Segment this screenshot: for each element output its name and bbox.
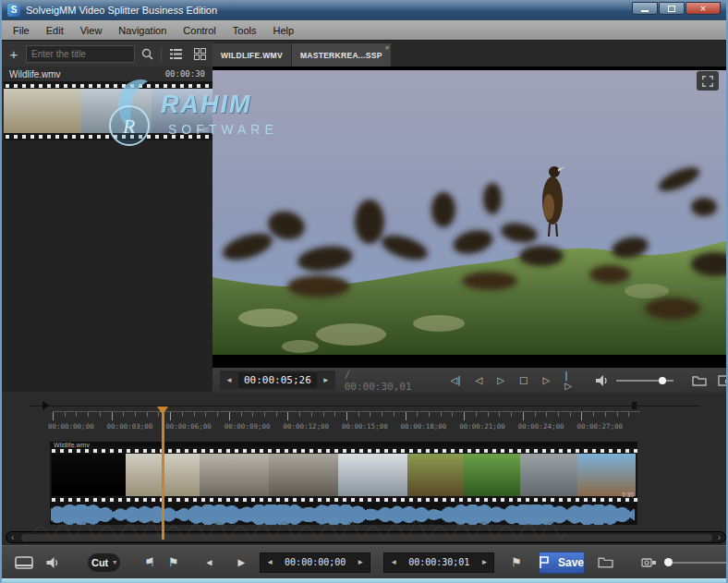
total-time-value: / 00:00:30,01 (345, 369, 412, 393)
library-filmstrip[interactable]: 0:30 (4, 81, 212, 140)
speaker-icon[interactable] (596, 375, 609, 386)
fragment-end-stepper: ◄ 00:00:30;01 ► (383, 553, 494, 573)
tab-masterkrea[interactable]: MASTERKREA...SSP × (292, 43, 391, 67)
ruler-label: 00:00:15;00 (342, 422, 388, 431)
clip-end-time: 0:30 (622, 492, 634, 498)
playhead-handle[interactable] (157, 407, 168, 415)
start-time-decrease[interactable]: ◄ (261, 558, 279, 566)
tab-wildlife[interactable]: WILDLIFE.WMV (212, 43, 291, 67)
set-begin-marker-button[interactable]: ⚑ (144, 555, 155, 569)
stop-button[interactable]: □ (519, 375, 528, 385)
jump-previous-button[interactable]: ◄ (205, 557, 214, 567)
search-input[interactable] (27, 46, 134, 62)
next-frame-button[interactable]: |▷ (564, 370, 572, 391)
chevron-down-icon: ▾ (113, 558, 116, 566)
fullscreen-button[interactable] (697, 71, 719, 91)
player-control-bar: ◄ 00:00:05;26 ► / 00:00:30,01 ◁| ◁ ▷ □ ▷… (212, 368, 728, 393)
zoom-slider[interactable] (673, 562, 728, 564)
overview-marker-right[interactable] (632, 402, 637, 409)
app-icon: S (7, 4, 20, 17)
video-preview[interactable] (212, 67, 728, 368)
play-button[interactable]: ▷ (497, 375, 504, 385)
storyboard-button[interactable] (15, 556, 33, 569)
thumbnail-beach-horses (4, 89, 81, 133)
save-flag-icon (540, 556, 549, 568)
library-thumbs (4, 89, 212, 133)
menu-control[interactable]: Control (183, 25, 215, 36)
scroll-right-icon[interactable]: › (718, 533, 721, 542)
timeline-zoom-control (641, 556, 728, 568)
end-time-increase[interactable]: ► (475, 558, 493, 566)
timeline-thumbs (52, 454, 636, 496)
thumbnail-lion-grass (407, 454, 464, 496)
open-file-button[interactable] (692, 375, 707, 386)
fullscreen-icon (701, 75, 714, 88)
ruler-label: 00:00:21;00 (459, 422, 505, 431)
window-controls: × (632, 2, 721, 15)
thumbnail-green-leaf (464, 454, 520, 496)
previous-frame-button[interactable]: ◁| (451, 375, 461, 385)
menu-bar: File Edit View Navigation Control Tools … (2, 20, 726, 41)
list-view-button[interactable] (164, 44, 188, 64)
scroll-left-icon[interactable]: ‹ (11, 533, 14, 542)
marker-flag-button[interactable]: ⚑ (511, 555, 522, 569)
mute-button[interactable] (46, 557, 60, 568)
set-end-marker-button[interactable]: ⚑ (168, 555, 179, 569)
tab-label: WILDLIFE.WMV (221, 51, 283, 60)
save-button[interactable]: Save (539, 552, 585, 574)
window-title: SolveigMM Video Splitter Business Editio… (26, 5, 217, 16)
menu-file[interactable]: File (13, 25, 30, 36)
filmstrip-perforations (4, 133, 212, 140)
fragment-start-stepper: ◄ 00:00:00;00 ► (260, 553, 370, 573)
window-bottom-edge (2, 578, 728, 583)
library-file-row[interactable]: Wildlife.wmv 00:00:30 (2, 67, 212, 81)
time-step-back-button[interactable]: ◄ (220, 376, 238, 384)
clip-name-label: Wildlife.wmv (54, 442, 90, 448)
add-media-button[interactable]: + (2, 46, 26, 62)
edit-toolbar: Cut ▾ ⚑ ⚑ ◄ ▶ ◄ 00:00:00;00 ► ◄ 00:00:30… (2, 545, 728, 578)
menu-edit[interactable]: Edit (46, 25, 64, 36)
storyboard-icon (15, 556, 33, 569)
zoom-slider-thumb[interactable] (664, 558, 673, 566)
menu-tools[interactable]: Tools (233, 25, 257, 36)
current-time-stepper: ◄ 00:00:05;26 ► (220, 370, 335, 390)
close-button[interactable]: × (686, 2, 721, 15)
start-time-increase[interactable]: ► (351, 558, 370, 566)
title-bar[interactable]: S SolveigMM Video Splitter Business Edit… (2, 0, 726, 20)
picture-in-picture-icon (718, 375, 728, 386)
overview-marker-left[interactable] (42, 401, 49, 410)
ruler-label: 00:00:06;00 (165, 422, 212, 431)
library-toolbar: + (2, 42, 212, 67)
maximize-icon (668, 6, 675, 12)
playhead[interactable] (162, 407, 164, 540)
play-reverse-button[interactable]: ◁ (476, 375, 483, 385)
menu-view[interactable]: View (80, 25, 103, 36)
fragment-start-time[interactable]: 00:00:00;00 (279, 557, 351, 567)
edit-mode-dropdown[interactable]: Cut ▾ (88, 553, 120, 572)
menu-help[interactable]: Help (273, 25, 295, 36)
end-time-decrease[interactable]: ◄ (384, 558, 403, 566)
ruler-label: 00:00:27;00 (576, 422, 623, 431)
output-folder-button[interactable] (598, 556, 613, 568)
timeline-panel: 00:00:00;0000:00:03;0000:00:06;0000:00:0… (2, 393, 728, 545)
volume-slider-thumb[interactable] (659, 377, 666, 384)
minimize-button[interactable] (632, 2, 658, 15)
ruler-label: 00:00:00;00 (48, 422, 94, 431)
video-frame (212, 67, 728, 368)
play-fragment-button[interactable]: ▶ (237, 557, 245, 567)
timeline-overview-bar[interactable] (30, 406, 700, 407)
play-forward-button[interactable]: ▷ (542, 375, 550, 385)
time-step-forward-button[interactable]: ► (317, 376, 335, 384)
timeline-ruler[interactable] (53, 411, 640, 420)
video-window-button[interactable] (718, 375, 728, 386)
current-time-value[interactable]: 00:00:05;26 (238, 372, 317, 388)
fragment-end-time[interactable]: 00:00:30;01 (403, 557, 475, 567)
tab-close-icon[interactable]: × (385, 43, 390, 52)
menu-navigation[interactable]: Navigation (118, 25, 166, 36)
clip-filmstrip[interactable]: 0:30 (50, 446, 637, 504)
search-button[interactable] (135, 44, 159, 64)
save-button-label: Save (558, 556, 584, 569)
maximize-button[interactable] (659, 2, 685, 15)
grid-view-button[interactable] (188, 44, 212, 64)
volume-slider[interactable] (616, 380, 673, 382)
